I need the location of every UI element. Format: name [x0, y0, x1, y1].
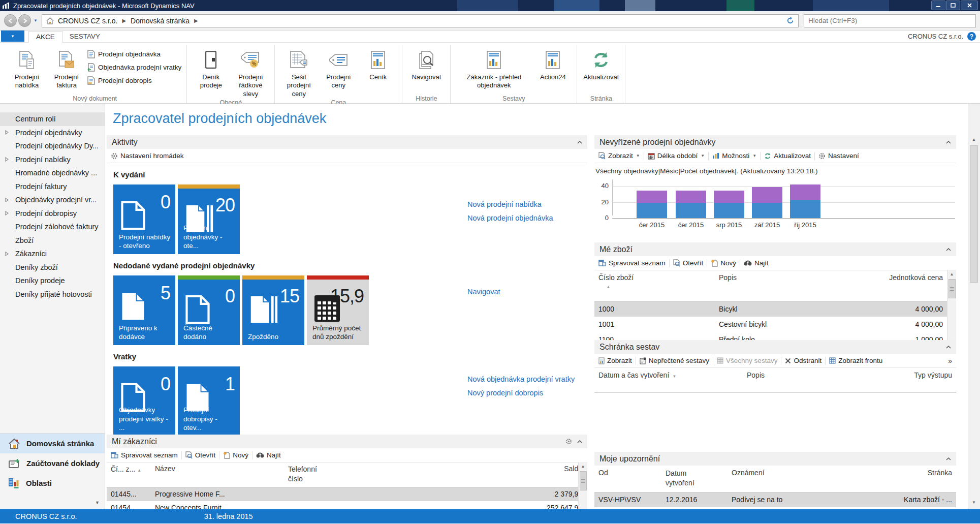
collapse-icon[interactable] — [577, 440, 582, 443]
ribbon-button[interactable]: Action24 — [534, 46, 572, 81]
sidebar-item[interactable]: Prodejní objednávky Dy... — [0, 139, 105, 153]
cue-tile[interactable]: 20Prodejní objednávky - ote... — [178, 184, 240, 254]
my-notifications-header[interactable]: Moje upozornění — [594, 452, 956, 466]
column-header[interactable]: Číslo zboží ▲ — [594, 273, 719, 290]
report-inbox-header[interactable]: Schránka sestav — [594, 340, 956, 354]
collapse-icon[interactable] — [946, 346, 951, 349]
action-link[interactable]: Nový prodejní dobropis — [467, 386, 575, 400]
column-header[interactable]: Název — [155, 465, 288, 484]
ribbon-button[interactable]: %Prodejní řádkové slevy — [232, 46, 269, 98]
outstanding-sales-orders-header[interactable]: Nevyřízené prodejní objednávky — [594, 135, 956, 149]
toolbar-button[interactable]: Zobrazit — [598, 357, 632, 364]
sidebar-activity-button[interactable]: Zaúčtované doklady — [0, 453, 105, 473]
toolbar-overflow-icon[interactable]: » — [948, 357, 952, 365]
sidebar-item[interactable]: Objednávky prodejní vr... — [0, 193, 105, 207]
close-button[interactable] — [961, 1, 978, 10]
scroll-thumb[interactable] — [580, 471, 587, 490]
toolbar-button[interactable]: Nastavení hromádek — [111, 152, 184, 160]
expand-icon[interactable] — [5, 252, 9, 256]
toolbar-button[interactable]: Délka období▼ — [648, 152, 705, 160]
my-items-header[interactable]: Mé zboží — [594, 242, 956, 256]
breadcrumb-separator-icon[interactable]: ▶ — [194, 18, 198, 23]
sidebar-item[interactable]: Prodejní zálohové faktury — [0, 220, 105, 234]
customer-row[interactable]: 01445...Progressive Home F...2 379,96 — [107, 487, 587, 501]
sidebar-item[interactable]: Centrum rolí — [0, 112, 105, 126]
maximize-button[interactable] — [946, 1, 960, 10]
column-header[interactable]: Datum a čas vytvoření ▼ — [594, 371, 747, 379]
collapse-icon[interactable] — [946, 248, 951, 251]
column-header[interactable]: Oznámení — [732, 469, 874, 488]
application-menu-button[interactable]: ▼ — [1, 30, 24, 42]
breadcrumb[interactable]: CRONUS CZ s.r.o. ▶ Domovská stránka ▶ — [42, 14, 799, 27]
item-row[interactable]: 1001Cestovní bicykl4 000,00 — [594, 317, 956, 332]
ribbon-tab-sestavy[interactable]: SESTAVY — [62, 31, 107, 42]
cue-tile[interactable]: 1Prodejní dobropisy - otev... — [178, 366, 240, 436]
scroll-down-icon[interactable]: ▼ — [970, 498, 978, 506]
dropdown-caret-icon[interactable]: ▼ — [701, 153, 705, 158]
toolbar-button[interactable]: Otevřít — [185, 451, 216, 459]
column-header[interactable]: Čí... z...▲ — [107, 465, 155, 484]
toolbar-button[interactable]: Možnosti▼ — [712, 152, 756, 160]
main-scrollbar[interactable]: ▲ ▼ — [968, 104, 980, 509]
column-header[interactable]: Typ výstupu — [874, 371, 956, 379]
expand-icon[interactable] — [5, 211, 9, 215]
chart-bar-segment[interactable] — [714, 191, 744, 203]
my-customers-header[interactable]: Mí zákazníci — [107, 435, 587, 448]
status-company[interactable]: CRONUS CZ s.r.o. — [15, 512, 77, 520]
column-header[interactable]: Stránka — [874, 469, 956, 488]
dropdown-caret-icon[interactable]: ▼ — [636, 153, 640, 158]
scroll-up-icon[interactable]: ▲ — [579, 462, 587, 470]
scroll-up-icon[interactable]: ▲ — [948, 270, 956, 278]
minimize-button[interactable] — [931, 1, 945, 10]
toolbar-button[interactable]: Odstranit — [785, 357, 821, 364]
sidebar-item[interactable]: Zákazníci — [0, 247, 105, 261]
sidebar-item[interactable]: Hromadné objednávky ... — [0, 166, 105, 180]
sidebar-item[interactable]: Deníky přijaté hotovosti — [0, 288, 105, 301]
cue-tile[interactable]: 15,9Průměrný počet dnů zpoždění — [307, 275, 369, 345]
cue-tile[interactable]: 0Prodejní nabídky - otevřeno — [113, 184, 175, 254]
search-input[interactable]: Hledat (Ctrl+F3) — [804, 14, 976, 27]
navpane-collapse-icon[interactable]: ▼ — [95, 500, 100, 505]
chart-bar-segment[interactable] — [714, 203, 744, 218]
sidebar-item[interactable]: Prodejní dobropisy — [0, 207, 105, 221]
scroll-up-icon[interactable]: ▲ — [970, 135, 978, 143]
expand-icon[interactable] — [5, 130, 9, 135]
expand-icon[interactable] — [5, 157, 9, 162]
ribbon-button[interactable]: Prodejní nabídka — [8, 46, 46, 90]
cue-tile[interactable]: 5Připraveno k dodávce — [113, 275, 175, 345]
customer-row[interactable]: 01454...New Concepts Furnit...252 647,97 — [107, 501, 587, 509]
toolbar-button[interactable]: Otevřít — [673, 259, 704, 267]
toolbar-button[interactable]: Zobrazit▼ — [598, 152, 640, 160]
breadcrumb-page[interactable]: Domovská stránka — [131, 17, 189, 25]
activities-header[interactable]: Aktivity — [107, 135, 587, 149]
chart-bar-segment[interactable] — [790, 184, 820, 201]
ribbon-button[interactable]: Prodejní dobropis — [87, 76, 181, 85]
column-header[interactable]: Telefonní číslo — [288, 465, 329, 484]
collapse-icon[interactable] — [946, 141, 951, 144]
ribbon-button[interactable]: Sešit prodejní ceny — [280, 46, 318, 98]
toolbar-button[interactable]: Najít — [256, 451, 281, 459]
ribbon-button[interactable]: Prodejní faktura — [48, 46, 85, 90]
action-link[interactable]: Nová prodejní nabídka — [467, 198, 553, 211]
ribbon-button[interactable]: Prodejní objednávka — [87, 50, 181, 58]
toolbar-button[interactable]: Nový — [711, 259, 736, 267]
gear-icon[interactable] — [565, 438, 572, 445]
refresh-address-icon[interactable] — [786, 17, 794, 24]
toolbar-button[interactable]: Aktualizovat — [764, 152, 811, 160]
sidebar-item[interactable]: Prodejní faktury — [0, 180, 105, 194]
sidebar-item[interactable]: Deníky zboží — [0, 261, 105, 274]
sidebar-item[interactable]: Zboží — [0, 234, 105, 248]
toolbar-button[interactable]: Spravovat seznam — [598, 259, 666, 267]
ribbon-button[interactable]: Prodejní ceny — [320, 46, 357, 90]
sidebar-item[interactable]: Deníky prodeje — [0, 274, 105, 288]
item-row[interactable]: 1000Bicykl4 000,00 — [594, 301, 956, 317]
toolbar-button[interactable]: Najít — [744, 259, 769, 267]
toolbar-button[interactable]: Spravovat seznam — [111, 451, 178, 459]
my-items-scrollbar[interactable]: ▲ ▼ — [947, 270, 956, 347]
toolbar-button[interactable]: Nový — [223, 451, 248, 459]
ribbon-button[interactable]: Zákazník - přehled objednávek — [456, 46, 532, 90]
column-header[interactable]: Od — [594, 469, 666, 488]
forward-button[interactable] — [18, 14, 31, 27]
scroll-thumb[interactable] — [949, 279, 956, 298]
toolbar-button[interactable]: Nepřečtené sestavy — [640, 357, 709, 364]
